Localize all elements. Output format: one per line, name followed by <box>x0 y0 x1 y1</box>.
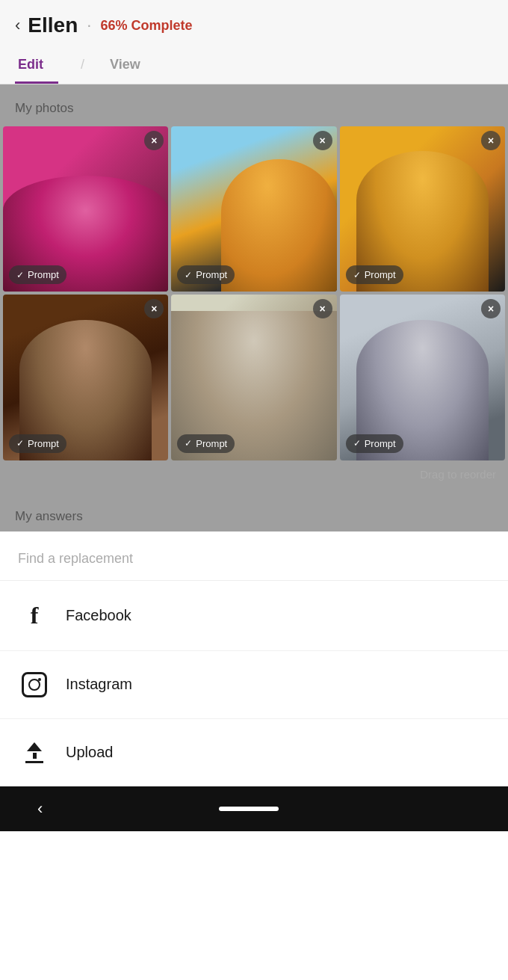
back-button[interactable]: ‹ <box>15 16 20 35</box>
prompt-check-4: ✓ <box>16 438 24 449</box>
photo-close-1[interactable]: × <box>144 131 164 150</box>
photo-item-3[interactable]: × ✓ Prompt <box>340 126 505 292</box>
photo-prompt-5: ✓ Prompt <box>177 434 235 453</box>
bottom-sheet: Find a replacement f Facebook Instagram … <box>0 531 508 786</box>
drag-hint: Drag to reorder <box>0 460 508 496</box>
photo-close-4[interactable]: × <box>144 299 164 318</box>
photo-prompt-4: ✓ Prompt <box>9 434 66 453</box>
photo-prompt-3: ✓ Prompt <box>346 265 403 284</box>
prompt-check-5: ✓ <box>185 438 192 449</box>
facebook-icon: f <box>18 602 51 629</box>
upload-icon <box>18 740 51 765</box>
tab-view[interactable]: View <box>107 46 155 84</box>
photo-close-6[interactable]: × <box>481 299 501 318</box>
photo-item-5[interactable]: × ✓ Prompt <box>171 295 336 460</box>
photo-prompt-1: ✓ Prompt <box>9 265 66 284</box>
photos-section-title: My photos <box>0 84 508 126</box>
upload-label: Upload <box>66 744 113 761</box>
bottom-nav-bar: ‹ <box>0 786 508 831</box>
bottom-sheet-title: Find a replacement <box>0 531 508 581</box>
page-title: Ellen <box>28 13 78 37</box>
answers-section-title: My answers <box>0 496 508 531</box>
tab-bar: Edit / View <box>0 46 508 84</box>
upload-option[interactable]: Upload <box>0 719 508 786</box>
prompt-check-1: ✓ <box>16 270 24 280</box>
tab-divider: / <box>81 46 84 84</box>
nav-home-pill[interactable] <box>219 807 279 811</box>
completion-status: 66% Complete <box>100 18 192 34</box>
facebook-label: Facebook <box>66 607 131 624</box>
prompt-check-3: ✓ <box>353 270 361 280</box>
photo-item-6[interactable]: × ✓ Prompt <box>340 295 505 460</box>
tab-edit[interactable]: Edit <box>15 46 58 84</box>
photo-close-5[interactable]: × <box>313 299 332 318</box>
facebook-option[interactable]: f Facebook <box>0 581 508 651</box>
photo-close-3[interactable]: × <box>481 131 501 150</box>
instagram-label: Instagram <box>66 676 132 693</box>
photo-item-2[interactable]: × ✓ Prompt <box>171 126 336 292</box>
instagram-icon <box>18 672 51 697</box>
photo-prompt-6: ✓ Prompt <box>346 434 403 453</box>
photo-close-2[interactable]: × <box>313 131 332 150</box>
nav-back-button[interactable]: ‹ <box>37 799 43 819</box>
separator: · <box>87 16 91 35</box>
prompt-check-2: ✓ <box>185 270 192 280</box>
photos-grid: × ✓ Prompt × ✓ Prompt × ✓ Prompt × ✓ <box>0 126 508 460</box>
photo-item-1[interactable]: × ✓ Prompt <box>3 126 168 292</box>
photo-item-4[interactable]: × ✓ Prompt <box>3 295 168 460</box>
instagram-option[interactable]: Instagram <box>0 651 508 719</box>
photo-prompt-2: ✓ Prompt <box>177 265 235 284</box>
prompt-check-6: ✓ <box>353 438 361 449</box>
